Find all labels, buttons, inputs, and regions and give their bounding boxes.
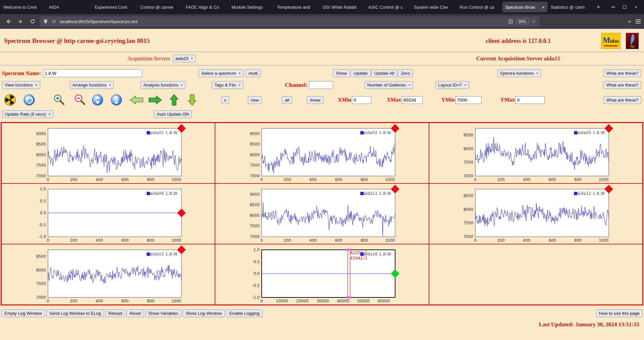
how-to-use-button[interactable]: How to use this page: [596, 309, 643, 317]
url-text[interactable]: localhost:8015/Spectrum/Spectrum.tml: [60, 19, 138, 24]
zoom-out-icon[interactable]: [73, 93, 87, 107]
arrow-down-icon[interactable]: [187, 94, 197, 106]
overflow-chevron-icon[interactable]: »: [628, 18, 631, 24]
number-of-galleries-dropdown[interactable]: Number of Galleries▼: [365, 81, 414, 89]
select-spectrum-dropdown[interactable]: Select a spectrum▼: [199, 69, 244, 77]
radioactive-icon[interactable]: [4, 94, 16, 106]
refresh-sphere-icon[interactable]: [23, 94, 36, 106]
browser-tab[interactable]: Temperature and: [274, 2, 319, 12]
send-log-window-to-elog-button[interactable]: Send Log Window to ELog: [46, 309, 104, 317]
svg-text:0: 0: [260, 177, 263, 182]
view-functions-dropdown[interactable]: View functions▼: [2, 81, 40, 89]
tags-fits-dropdown[interactable]: Tags & Fits▼: [212, 81, 243, 89]
reload-icon[interactable]: [28, 16, 38, 26]
xmax-input[interactable]: [402, 96, 423, 104]
empty-log-window-button[interactable]: Empty Log Window: [1, 309, 45, 317]
multi-button[interactable]: multi: [246, 69, 261, 77]
zero-button[interactable]: Zero: [398, 69, 413, 77]
update-all-button[interactable]: Update All: [371, 69, 397, 77]
xmin-input[interactable]: [352, 96, 371, 104]
spectrum-name-label: Spectrum Name:: [2, 70, 41, 76]
browser-tab[interactable]: FADC Align & Co: [183, 2, 228, 12]
update-button[interactable]: Update: [351, 69, 371, 77]
arrow-left-icon[interactable]: [129, 95, 144, 105]
show-log-window-button[interactable]: Show Log Window: [182, 309, 225, 317]
minimize-icon[interactable]: [609, 3, 617, 11]
svg-text:400: 400: [309, 177, 317, 182]
spectra-functions-dropdown[interactable]: Spectra functions▼: [497, 69, 541, 77]
unzoom-y-icon[interactable]: [91, 94, 104, 106]
tab-close-icon[interactable]: ×: [542, 4, 545, 10]
browser-tab[interactable]: System wide Che: [411, 2, 456, 12]
browser-tab[interactable]: ASIC Control @ c: [366, 2, 411, 12]
show-variables-button[interactable]: Show Variables: [145, 309, 181, 317]
new-button[interactable]: new: [248, 96, 262, 104]
what-are-these-button[interactable]: What are these?: [603, 96, 641, 104]
reset-button[interactable]: Reset: [126, 309, 144, 317]
browser-tab[interactable]: Welcome to Cent: [1, 2, 46, 12]
layout-id-dropdown[interactable]: Layout ID=7▼: [435, 81, 469, 89]
enable-logging-button[interactable]: Enable Logging: [226, 309, 262, 317]
ymax-input[interactable]: [515, 96, 545, 104]
permissions-icon[interactable]: [51, 19, 57, 24]
browser-tab[interactable]: Spectrum Brow×: [502, 2, 547, 12]
auto-update-button[interactable]: Auto Update ON: [154, 110, 192, 118]
spectrum-name-input[interactable]: [43, 69, 142, 77]
svg-text:200: 200: [497, 177, 505, 182]
shield-icon[interactable]: [43, 19, 48, 24]
reader-mode-icon[interactable]: [508, 19, 513, 24]
browser-tab[interactable]: Experiment Cont: [92, 2, 137, 12]
ymin-input[interactable]: [455, 96, 482, 104]
close-gallery-button[interactable]: x: [221, 96, 229, 104]
channel-input[interactable]: [309, 81, 333, 89]
linear-button[interactable]: linear: [307, 96, 324, 104]
acquisition-server-dropdown[interactable]: aida15▼: [173, 55, 196, 62]
zoom-in-icon[interactable]: [52, 93, 66, 107]
ymin-label: YMin: [441, 97, 455, 103]
plot-cell: 850080007500700002004006008001000aida15 …: [1, 244, 215, 305]
svg-text:-1.0: -1.0: [252, 295, 260, 300]
svg-text:7000: 7000: [464, 234, 473, 239]
what-are-these-button[interactable]: What are these?: [603, 81, 641, 89]
show-button[interactable]: Show: [333, 69, 350, 77]
back-icon[interactable]: [3, 16, 13, 26]
browser-tab[interactable]: Control @ carme: [138, 2, 182, 12]
browser-tab[interactable]: AIDA: [46, 2, 91, 12]
url-bar[interactable]: localhost:8015/Spectrum/Spectrum.tml 90%…: [40, 16, 539, 27]
autoscale-y-icon[interactable]: [110, 94, 123, 106]
reload-button[interactable]: Reload: [105, 309, 125, 317]
svg-text:8000: 8000: [250, 213, 260, 218]
spectrum-plot: 9000850080007500700002004006008001000aid…: [30, 124, 187, 183]
window-controls: ×: [609, 0, 644, 14]
browser-tab[interactable]: Run Control @ ca: [457, 2, 502, 12]
svg-text:8500: 8500: [250, 203, 260, 207]
midas-logo: Midas: [601, 33, 621, 49]
new-tab-button[interactable]: +: [593, 0, 604, 14]
close-icon[interactable]: ×: [632, 3, 640, 11]
forward-icon[interactable]: [15, 16, 25, 26]
update-rate-dropdown[interactable]: Update Rate (8 secs)▼: [2, 110, 53, 118]
arrow-up-icon[interactable]: [169, 94, 179, 106]
zoom-badge[interactable]: 90%: [516, 19, 529, 24]
bookmark-star-icon[interactable]: ☆: [532, 18, 536, 24]
svg-text:0.5: 0.5: [254, 260, 260, 264]
svg-text:30000: 30000: [317, 299, 329, 303]
all-button[interactable]: all: [282, 96, 292, 104]
browser-tab[interactable]: Statistics @ carm: [548, 2, 593, 12]
tab-label: Temperature and: [277, 5, 317, 10]
arrow-right-icon[interactable]: [148, 95, 162, 105]
svg-text:8500: 8500: [36, 254, 46, 259]
browser-tab[interactable]: Module Settings: [229, 2, 274, 12]
analysis-functions-dropdown[interactable]: Analysis functions▼: [141, 81, 185, 89]
navigation-bar: localhost:8015/Spectrum/Spectrum.tml 90%…: [0, 14, 644, 29]
svg-text:800: 800: [147, 238, 154, 243]
maximize-icon[interactable]: [621, 3, 629, 11]
svg-text:8500: 8500: [36, 142, 46, 147]
what-are-these-button[interactable]: What are these?: [603, 69, 641, 77]
tools-row: x new all linear XMin XMax YMin YMax Wha…: [0, 92, 644, 108]
arrange-functions-dropdown[interactable]: Arrange functions▼: [70, 81, 114, 89]
menu-icon[interactable]: [636, 19, 641, 23]
browser-tab[interactable]: GSI White Rabbit: [320, 2, 365, 12]
svg-text:0.0: 0.0: [40, 211, 46, 215]
spectrum-plot: 9000850080007500700002004006008001000aid…: [243, 184, 401, 243]
